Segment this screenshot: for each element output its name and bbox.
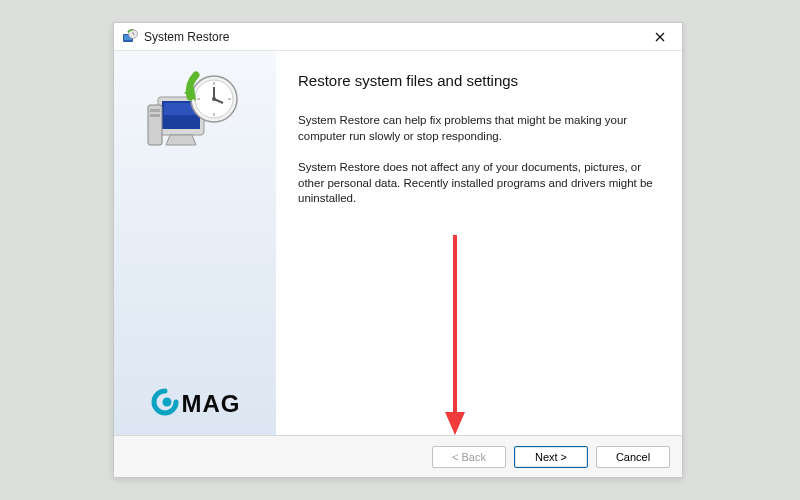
titlebar-text: System Restore [144, 30, 644, 44]
svg-rect-9 [150, 114, 160, 117]
intro-paragraph-1: System Restore can help fix problems tha… [298, 113, 656, 144]
svg-point-18 [212, 97, 216, 101]
system-restore-window: System Restore [113, 22, 683, 478]
back-button: < Back [432, 446, 506, 468]
intro-paragraph-2: System Restore does not affect any of yo… [298, 160, 656, 207]
svg-marker-3 [127, 30, 129, 33]
side-panel: MAG [114, 51, 276, 435]
logo-mark-icon [150, 387, 180, 421]
restore-graphic-icon [140, 69, 250, 173]
cancel-button[interactable]: Cancel [596, 446, 670, 468]
close-button[interactable] [644, 26, 676, 48]
svg-rect-8 [150, 109, 160, 112]
main-heading: Restore system files and settings [298, 71, 656, 91]
system-restore-icon [122, 29, 138, 45]
next-button[interactable]: Next > [514, 446, 588, 468]
logo-text: MAG [182, 390, 241, 418]
svg-point-20 [162, 398, 171, 407]
footer: < Back Next > Cancel [114, 435, 682, 477]
titlebar: System Restore [114, 23, 682, 51]
brand-logo: MAG [150, 387, 241, 421]
main-panel: Restore system files and settings System… [276, 51, 682, 435]
content: MAG Restore system files and settings Sy… [114, 51, 682, 435]
